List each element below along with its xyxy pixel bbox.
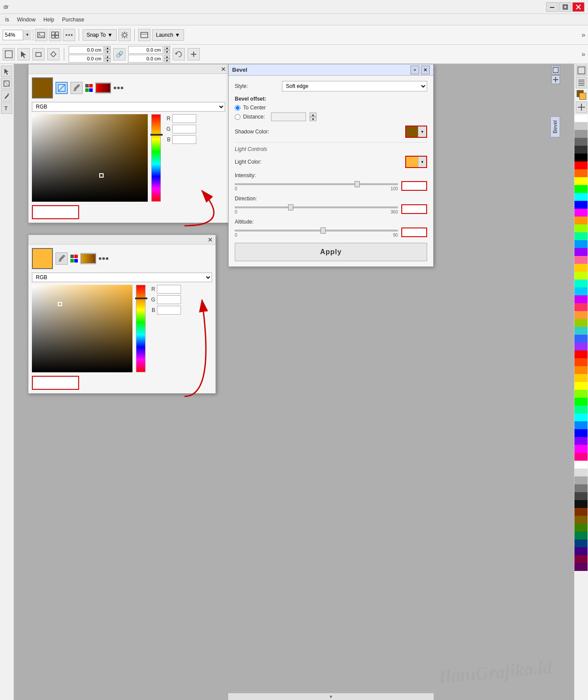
rotate-icon[interactable] <box>173 48 185 60</box>
r-input-2[interactable]: 255 <box>157 285 181 294</box>
palette-color-swatch[interactable] <box>574 555 588 563</box>
altitude-value-input[interactable]: 49 <box>402 228 426 236</box>
palette-color-swatch[interactable] <box>574 319 588 327</box>
bevel-right-icon-1[interactable] <box>551 66 560 74</box>
eyedropper-icon[interactable] <box>70 82 83 94</box>
dots-icon-btn[interactable] <box>63 29 75 41</box>
direction-slider[interactable] <box>235 206 398 208</box>
r-input-1[interactable]: 133 <box>172 114 196 123</box>
color-grid-icon[interactable] <box>85 84 93 92</box>
palette-icon-3[interactable] <box>576 102 587 113</box>
hue-strip-2[interactable] <box>136 285 146 372</box>
palette-color-swatch[interactable] <box>574 445 588 453</box>
palette-color-swatch[interactable] <box>574 287 588 295</box>
object-tool-icon[interactable] <box>3 48 15 60</box>
tool-pen[interactable] <box>1 90 12 102</box>
x-input[interactable]: 0.0 cm <box>69 46 104 54</box>
palette-color-swatch[interactable] <box>574 421 588 429</box>
palette-color-swatch[interactable] <box>574 169 588 177</box>
shadow-color-arrow[interactable]: ▼ <box>418 126 426 137</box>
palette-color-swatch[interactable] <box>574 484 588 492</box>
distance-up-arrow[interactable]: ▲ <box>310 112 317 117</box>
dots-icon[interactable] <box>114 87 123 89</box>
palette-color-swatch[interactable] <box>574 382 588 390</box>
color-gradient-2[interactable] <box>32 285 132 372</box>
fg-bg-color-icon[interactable] <box>576 89 587 101</box>
y-up-arrow[interactable]: ▲ <box>104 55 111 59</box>
light-color-arrow[interactable]: ▼ <box>418 157 426 167</box>
grid-icon-btn[interactable] <box>49 29 61 41</box>
settings-icon-btn[interactable] <box>118 29 131 41</box>
palette-color-swatch[interactable] <box>574 146 588 154</box>
menu-item-window[interactable]: Window <box>14 16 39 24</box>
hue-strip-1[interactable] <box>151 114 161 202</box>
bevel-expand-icon[interactable]: » <box>411 66 419 74</box>
intensity-slider[interactable] <box>235 183 398 185</box>
color-gradient-1[interactable] <box>32 114 148 202</box>
menu-item-ls[interactable]: ls <box>2 16 13 24</box>
palette-color-swatch[interactable] <box>574 406 588 413</box>
b-input-1[interactable]: 0 <box>172 135 196 144</box>
palette-color-swatch[interactable] <box>574 335 588 343</box>
tool-text[interactable]: T <box>1 102 12 114</box>
palette-color-swatch[interactable] <box>574 209 588 217</box>
x-down-arrow[interactable]: ▼ <box>104 50 111 54</box>
palette-color-swatch[interactable] <box>574 303 588 311</box>
palette-color-swatch[interactable] <box>574 248 588 256</box>
zoom-dropdown-arrow[interactable]: ▼ <box>23 30 31 40</box>
x-up-arrow[interactable]: ▲ <box>104 46 111 50</box>
select-icon[interactable] <box>17 48 30 60</box>
palette-color-swatch[interactable] <box>574 461 588 469</box>
y-arrows[interactable]: ▲ ▼ <box>104 55 111 63</box>
close-icon[interactable] <box>572 2 585 12</box>
palette-color-swatch[interactable] <box>574 311 588 319</box>
apply-button[interactable]: Apply <box>235 243 427 261</box>
bevel-close-button[interactable]: ✕ <box>421 66 430 74</box>
h-down-arrow[interactable]: ▼ <box>164 59 170 63</box>
bevel-side-tab[interactable]: Bevel <box>550 116 560 137</box>
palette-color-swatch[interactable] <box>574 185 588 193</box>
b-input-2[interactable]: 56 <box>157 306 181 315</box>
color-panel-2-close[interactable]: ✕ <box>208 236 213 243</box>
eyedropper-icon-2[interactable] <box>56 252 68 265</box>
launch-button[interactable]: Launch ▼ <box>152 29 184 41</box>
palette-color-swatch[interactable] <box>574 508 588 516</box>
plus-icon[interactable] <box>188 48 200 60</box>
palette-color-swatch[interactable] <box>574 130 588 138</box>
restore-icon[interactable] <box>559 2 571 12</box>
palette-color-swatch[interactable] <box>574 343 588 350</box>
hex-input-1[interactable]: #855600 <box>34 207 77 217</box>
image-icon-btn[interactable] <box>35 29 47 41</box>
menu-item-help[interactable]: Help <box>40 16 58 24</box>
palette-color-swatch[interactable] <box>574 138 588 146</box>
bevel-scrollbar[interactable]: ▼ <box>228 693 434 700</box>
direction-value-input[interactable]: 121 <box>402 205 426 213</box>
palette-color-swatch[interactable] <box>574 516 588 524</box>
w-arrows[interactable]: ▲ ▼ <box>164 46 170 54</box>
g-input-2[interactable]: 185 <box>157 295 181 304</box>
gradient-swatch-icon-2[interactable] <box>80 253 96 264</box>
hex-input-2[interactable]: #FFB938 <box>34 378 77 388</box>
palette-color-swatch[interactable] <box>574 122 588 130</box>
palette-color-swatch[interactable] <box>574 476 588 484</box>
palette-color-swatch[interactable] <box>574 280 588 287</box>
h-up-arrow[interactable]: ▲ <box>164 55 170 59</box>
tool-arrow[interactable] <box>1 66 12 77</box>
palette-color-swatch[interactable] <box>574 374 588 382</box>
g-input-1[interactable]: 86 <box>172 125 196 133</box>
palette-color-swatch[interactable] <box>574 539 588 547</box>
x-arrows[interactable]: ▲ ▼ <box>104 46 111 54</box>
zoom-input[interactable] <box>3 31 23 39</box>
shadow-color-btn[interactable]: ▼ <box>405 126 427 138</box>
fill-icon[interactable] <box>56 82 68 94</box>
palette-color-swatch[interactable] <box>574 350 588 358</box>
intensity-value-input[interactable]: 76 <box>402 182 426 190</box>
palette-color-swatch[interactable] <box>574 366 588 374</box>
palette-color-swatch[interactable] <box>574 161 588 169</box>
distance-radio[interactable] <box>235 114 240 120</box>
palette-color-swatch[interactable] <box>574 437 588 445</box>
palette-color-swatch[interactable] <box>574 154 588 161</box>
palette-icon-2[interactable] <box>576 77 587 88</box>
palette-color-swatch[interactable] <box>574 327 588 335</box>
zoom-control[interactable]: ▼ <box>3 30 33 40</box>
